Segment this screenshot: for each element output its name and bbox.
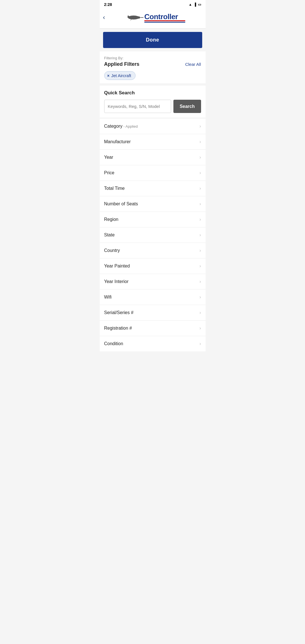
wifi-icon: ▲ — [189, 3, 192, 6]
filter-item-label: State — [104, 232, 115, 238]
chevron-right-icon: › — [199, 186, 201, 191]
clear-all-button[interactable]: Clear All — [185, 62, 201, 67]
done-button[interactable]: Done — [103, 32, 202, 48]
filter-item-wifi[interactable]: Wifi› — [100, 290, 206, 305]
status-time: 2:28 — [104, 2, 112, 7]
chevron-right-icon: › — [199, 341, 201, 346]
filter-item-label: Country — [104, 248, 120, 253]
status-icons: ▲ ▐ ▭ — [189, 3, 201, 6]
chevron-right-icon: › — [199, 279, 201, 284]
chevron-right-icon: › — [199, 264, 201, 269]
battery-icon: ▭ — [198, 3, 201, 6]
filter-item-year-painted[interactable]: Year Painted› — [100, 258, 206, 274]
filter-item-region[interactable]: Region› — [100, 212, 206, 227]
filter-tag-jet-aircraft[interactable]: × Jet Aircraft — [104, 71, 136, 80]
filter-item-condition[interactable]: Condition› — [100, 336, 206, 351]
search-row: Search — [104, 100, 201, 113]
filter-item-label: Total Time — [104, 186, 125, 191]
svg-rect-6 — [144, 20, 185, 21]
chevron-right-icon: › — [199, 155, 201, 160]
filter-item-category[interactable]: Category - Applied› — [100, 119, 206, 134]
svg-rect-7 — [144, 22, 185, 23]
chevron-right-icon: › — [199, 139, 201, 144]
filter-item-year[interactable]: Year› — [100, 150, 206, 165]
filter-item-year-interior[interactable]: Year Interior› — [100, 274, 206, 290]
applied-filters-title: Applied Filters — [104, 61, 140, 67]
chevron-right-icon: › — [199, 201, 201, 206]
chevron-right-icon: › — [199, 170, 201, 175]
filter-item-serial-series--[interactable]: Serial/Series #› — [100, 305, 206, 321]
filter-item-label: Year Interior — [104, 279, 129, 284]
chevron-right-icon: › — [199, 232, 201, 238]
filter-item-state[interactable]: State› — [100, 227, 206, 243]
search-button[interactable]: Search — [173, 100, 201, 113]
filter-item-total-time[interactable]: Total Time› — [100, 181, 206, 196]
filter-item-country[interactable]: Country› — [100, 243, 206, 258]
chevron-right-icon: › — [199, 326, 201, 331]
filter-item-label: Number of Seats — [104, 201, 138, 206]
status-bar: 2:28 ▲ ▐ ▭ — [100, 0, 206, 8]
filter-item-label: Region — [104, 217, 119, 222]
filtering-by-label: Filtering By: — [104, 56, 201, 60]
filter-item-manufacturer[interactable]: Manufacturer› — [100, 134, 206, 150]
filter-item-sublabel: - Applied — [122, 124, 138, 129]
filter-item-label: Wifi — [104, 295, 112, 300]
applied-tags-container: × Jet Aircraft — [104, 71, 201, 80]
filter-item-label: Year — [104, 155, 113, 160]
quick-search-section: Quick Search Search — [100, 86, 206, 118]
filter-item-label: Price — [104, 170, 114, 175]
filter-tag-label: Jet Aircraft — [111, 73, 131, 78]
filter-item-label: Category - Applied — [104, 124, 138, 129]
svg-text:Controller: Controller — [144, 12, 178, 21]
chevron-right-icon: › — [199, 124, 201, 129]
filter-item-label: Condition — [104, 341, 123, 346]
header: ‹ Controller — [100, 8, 206, 29]
chevron-right-icon: › — [199, 217, 201, 222]
filter-list: Category - Applied›Manufacturer›Year›Pri… — [100, 119, 206, 351]
filter-item-number-of-seats[interactable]: Number of Seats› — [100, 196, 206, 212]
back-button[interactable]: ‹ — [103, 13, 107, 22]
chevron-right-icon: › — [199, 295, 201, 300]
filter-item-registration--[interactable]: Registration #› — [100, 321, 206, 336]
chevron-right-icon: › — [199, 248, 201, 253]
remove-tag-icon: × — [107, 73, 110, 78]
filter-item-label: Registration # — [104, 326, 132, 331]
filter-item-label: Year Painted — [104, 264, 130, 269]
filter-header: Applied Filters Clear All — [104, 61, 201, 67]
filter-section: Filtering By: Applied Filters Clear All … — [100, 51, 206, 83]
chevron-right-icon: › — [199, 310, 201, 315]
quick-search-title: Quick Search — [104, 90, 201, 96]
filter-item-label: Serial/Series # — [104, 310, 134, 315]
search-input[interactable] — [104, 100, 171, 113]
filter-item-label: Manufacturer — [104, 139, 131, 144]
filter-item-price[interactable]: Price› — [100, 165, 206, 181]
logo-container: Controller — [110, 10, 202, 25]
signal-icon: ▐ — [194, 3, 196, 6]
